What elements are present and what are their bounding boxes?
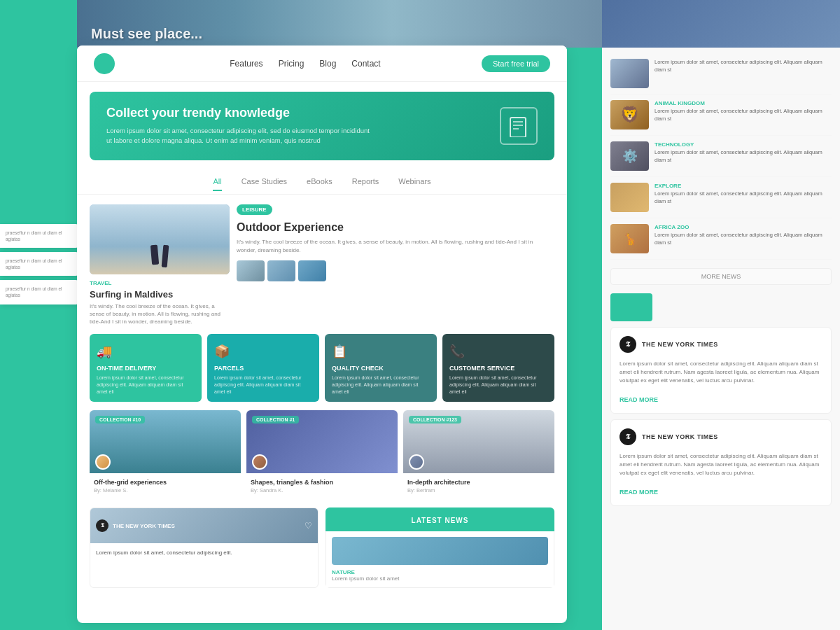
collection-info-2: Shapes, triangles & fashion By: Sandra K…	[246, 473, 398, 499]
nav-contact[interactable]: Contact	[351, 59, 380, 69]
collection-title-3: In-depth architecture	[407, 479, 550, 486]
tab-reports[interactable]: Reports	[352, 177, 379, 191]
parcels-icon: 📦	[214, 344, 312, 359]
nyt-logo-small: 𝕿	[96, 519, 108, 532]
news-thumb-4: 🦒	[610, 224, 649, 253]
nyt-header-1: 𝕿 THE NEW YORK TIMES	[620, 336, 822, 353]
green-accent	[610, 293, 652, 321]
outdoor-thumb-1[interactable]	[237, 260, 265, 281]
outdoor-thumbnails	[237, 260, 554, 281]
sidebar-item-text: praeseftur n diam ut diam el agiatas	[6, 230, 73, 242]
nyt-article-1[interactable]: 𝕿 THE NEW YORK TIMES Lorem ipsum dolor s…	[610, 327, 832, 414]
read-more-1[interactable]: READ MORE	[620, 396, 658, 403]
outdoor-thumb-3[interactable]	[298, 260, 326, 281]
parcels-title: PARCELS	[214, 365, 312, 372]
sidebar-item-text: praeseftur n diam ut diam el agiatas	[6, 286, 73, 298]
collection-img-3: COLLECTION #123	[403, 410, 554, 473]
read-more-2[interactable]: READ MORE	[620, 489, 658, 496]
collection-cards: COLLECTION #10 Off-the-grid experiences …	[90, 410, 554, 499]
nav-logo[interactable]	[94, 53, 115, 74]
collection-badge-2: COLLECTION #1	[252, 416, 299, 424]
latest-news-body: NATURE Lorem ipsum dolor sit amet	[326, 531, 554, 588]
svg-rect-0	[510, 118, 526, 137]
nav-pricing[interactable]: Pricing	[279, 59, 304, 69]
nav-features[interactable]: Features	[230, 59, 262, 69]
latest-news-title: LATEST NEWS	[412, 517, 469, 524]
collection-badge-3: COLLECTION #123	[409, 416, 461, 424]
parcels-desc: Lorem ipsum dolor sit amet, consectetur …	[214, 374, 312, 395]
service-card-parcels[interactable]: 📦 PARCELS Lorem ipsum dolor sit amet, co…	[207, 334, 319, 402]
surfing-description: It's windy. The cool breeze of the ocean…	[90, 302, 230, 326]
collection-title-1: Off-the-grid experiences	[94, 479, 237, 486]
nyt-article-2[interactable]: 𝕿 THE NEW YORK TIMES Lorem ipsum dolor s…	[610, 419, 832, 506]
collection-card-3[interactable]: COLLECTION #123 In-depth architecture By…	[403, 410, 554, 499]
news-item-4[interactable]: 🦒 AFRICA ZOO Lorem ipsum dolor sit amet,…	[610, 218, 832, 260]
news-item-1[interactable]: 🦁 ANIMAL KINGDOM Lorem ipsum dolor sit a…	[610, 94, 832, 136]
surfing-card-image	[90, 204, 230, 274]
sidebar-item: praeseftur n diam ut diam el agiatas	[0, 252, 78, 276]
customer-desc: Lorem ipsum dolor sit amet, consectetur …	[449, 374, 547, 395]
collection-card-1[interactable]: COLLECTION #10 Off-the-grid experiences …	[90, 410, 241, 499]
must-see-title: Must see place...	[91, 26, 202, 42]
news-item-3[interactable]: EXPLORE Lorem ipsum dolor sit amet, cons…	[610, 177, 832, 218]
nyt-source-1: THE NEW YORK TIMES	[642, 341, 718, 348]
news-item-content-4: AFRICA ZOO Lorem ipsum dolor sit amet, c…	[654, 224, 832, 253]
customer-title: CUSTOMER SERVICE	[449, 365, 547, 372]
main-card: Features Pricing Blog Contact Start free…	[77, 46, 567, 623]
more-news-button[interactable]: MORE NEWS	[610, 268, 832, 285]
collection-author-1: By: Melanie S.	[94, 487, 237, 493]
service-card-quality[interactable]: 📋 QUALITY CHECK Lorem ipsum dolor sit am…	[325, 334, 437, 402]
news-item-content-3: EXPLORE Lorem ipsum dolor sit amet, cons…	[654, 183, 832, 212]
surfing-card[interactable]: TRAVEL Surfing in Maldives It's windy. T…	[90, 204, 230, 326]
nav-links: Features Pricing Blog Contact	[129, 59, 482, 69]
news-thumb-2: ⚙️	[610, 141, 649, 171]
featured-row: TRAVEL Surfing in Maldives It's windy. T…	[90, 204, 554, 326]
collection-title-2: Shapes, triangles & fashion	[251, 479, 393, 486]
nyt-bottom-card[interactable]: 𝕿 THE NEW YORK TIMES ♡ Lorem ipsum dolor…	[90, 507, 318, 588]
collection-card-2[interactable]: COLLECTION #1 Shapes, triangles & fashio…	[246, 410, 398, 499]
news-item-content-1: ANIMAL KINGDOM Lorem ipsum dolor sit ame…	[654, 100, 832, 130]
surfing-title: Surfing in Maldives	[90, 289, 230, 300]
outdoor-thumb-2[interactable]	[267, 260, 295, 281]
tab-case-studies[interactable]: Case Studies	[241, 177, 287, 191]
news-item-text-2: Lorem ipsum dolor sit amet, consectetur …	[654, 149, 832, 164]
hero-description: Lorem ipsum dolor sit amet, consectetur …	[106, 126, 372, 146]
tab-webinars[interactable]: Webinars	[398, 177, 430, 191]
nyt-header-2: 𝕿 THE NEW YORK TIMES	[620, 428, 822, 445]
service-card-delivery[interactable]: 🚚 ON-TIME DELIVERY Lorem ipsum dolor sit…	[90, 334, 202, 402]
news-list: Lorem ipsum dolor sit amet, consectetur …	[602, 48, 840, 265]
nav-blog[interactable]: Blog	[319, 59, 336, 69]
news-item-text-1: Lorem ipsum dolor sit amet, consectetur …	[654, 108, 832, 122]
nyt-text-2: Lorem ipsum dolor sit amet, consectetur …	[620, 452, 822, 477]
tab-all[interactable]: All	[213, 177, 221, 191]
tab-ebooks[interactable]: eBooks	[307, 177, 332, 191]
news-category-4: AFRICA ZOO	[654, 224, 832, 230]
nyt-logo-1: 𝕿	[620, 336, 636, 353]
right-top-image	[602, 0, 840, 48]
heart-icon[interactable]: ♡	[304, 521, 312, 531]
nature-category: NATURE	[332, 569, 548, 575]
collection-img-2: COLLECTION #1	[246, 410, 398, 473]
surfing-category: TRAVEL	[90, 280, 230, 286]
news-item-0[interactable]: Lorem ipsum dolor sit amet, consectetur …	[610, 53, 832, 94]
service-cards: 🚚 ON-TIME DELIVERY Lorem ipsum dolor sit…	[90, 334, 554, 402]
quality-title: QUALITY CHECK	[332, 365, 430, 372]
latest-news-header: LATEST NEWS	[326, 507, 554, 531]
quality-icon: 📋	[332, 344, 430, 359]
outdoor-card[interactable]: LEISURE Outdoor Experience It's windy. T…	[237, 204, 554, 326]
service-card-customer[interactable]: 📞 CUSTOMER SERVICE Lorem ipsum dolor sit…	[442, 334, 554, 402]
news-item-content-0: Lorem ipsum dolor sit amet, consectetur …	[654, 59, 832, 88]
nyt-source-small: THE NEW YORK TIMES	[113, 523, 175, 529]
news-category-3: EXPLORE	[654, 183, 832, 189]
news-item-2[interactable]: ⚙️ TECHNOLOGY Lorem ipsum dolor sit amet…	[610, 136, 832, 177]
start-free-trial-button[interactable]: Start free trial	[482, 55, 550, 72]
nature-text: Lorem ipsum dolor sit amet	[332, 575, 548, 582]
latest-news-card[interactable]: LATEST NEWS NATURE Lorem ipsum dolor sit…	[326, 507, 554, 588]
collection-author-2: By: Sandra K.	[251, 487, 393, 493]
collection-info-3: In-depth architecture By: Bertram	[403, 473, 554, 499]
collection-info-1: Off-the-grid experiences By: Melanie S.	[90, 473, 241, 499]
hero-text: Collect your trendy knowledge Lorem ipsu…	[106, 106, 372, 146]
hero-title: Collect your trendy knowledge	[106, 106, 372, 120]
top-image-strip: Must see place...	[77, 0, 602, 48]
delivery-icon: 🚚	[97, 344, 195, 359]
